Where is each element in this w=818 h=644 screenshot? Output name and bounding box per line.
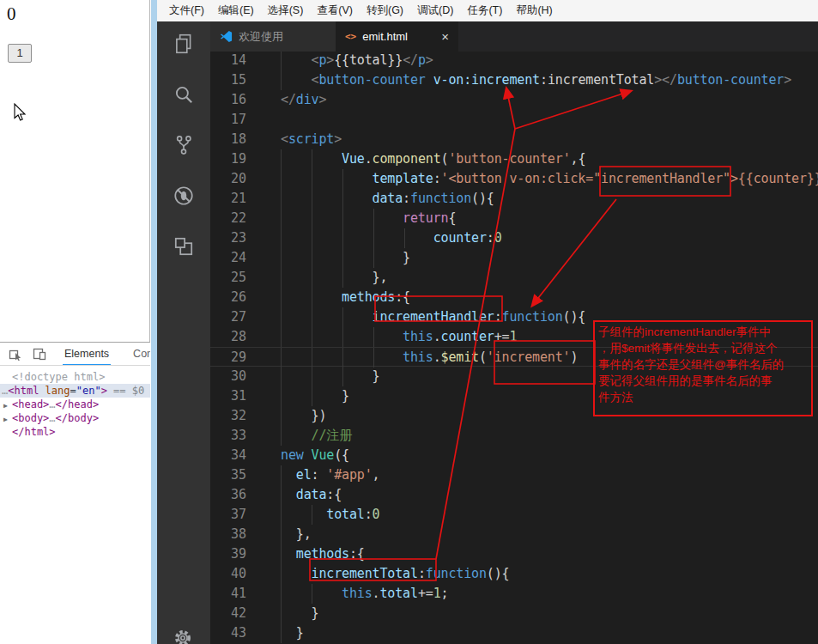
dom-tree-row[interactable]: ▶<head>…</head> bbox=[0, 398, 150, 411]
code-line[interactable]: 38 }, bbox=[210, 525, 818, 544]
code-line[interactable]: 39 methods:{ bbox=[210, 544, 818, 564]
line-number: 20 bbox=[210, 169, 246, 189]
dom-token bbox=[39, 385, 45, 397]
code-line[interactable]: 27 incrementHandler:function(){ bbox=[210, 307, 818, 327]
counter-button[interactable]: 1 bbox=[8, 44, 32, 63]
code-line[interactable]: 14 <p>{{total}}</p> bbox=[210, 52, 818, 70]
device-toolbar-icon[interactable] bbox=[33, 347, 46, 361]
token-plain: {{total}} bbox=[334, 52, 403, 68]
line-number: 30 bbox=[210, 367, 246, 386]
dom-tree-row[interactable]: </html> bbox=[0, 425, 150, 439]
code-line[interactable]: 22 return{ bbox=[210, 209, 818, 228]
menu-item[interactable]: 任务(T) bbox=[460, 3, 509, 18]
line-number: 25 bbox=[210, 268, 246, 288]
dom-tree-row[interactable]: …<html lang="en"> == $0 bbox=[0, 384, 150, 398]
code-line[interactable]: 40 incrementTotal:function(){ bbox=[210, 564, 818, 584]
code-line[interactable]: 26 methods:{ bbox=[210, 288, 818, 307]
code-line[interactable]: 36 data:{ bbox=[210, 485, 818, 505]
indent-guide bbox=[281, 348, 403, 368]
line-number: 36 bbox=[210, 485, 246, 505]
dom-token: > bbox=[101, 385, 107, 397]
menu-item[interactable]: 文件(F) bbox=[162, 3, 211, 18]
code-line[interactable]: 28 this.counter+=1 bbox=[210, 327, 818, 347]
code-line[interactable]: 42 } bbox=[210, 604, 818, 623]
line-number: 16 bbox=[210, 90, 246, 110]
line-number: 42 bbox=[210, 604, 246, 623]
token-kw: new bbox=[281, 447, 304, 463]
menu-item[interactable]: 查看(V) bbox=[310, 3, 360, 18]
token-attr: Vue bbox=[342, 151, 365, 167]
code-line[interactable]: 15 <button-counter v-on:increment:increm… bbox=[210, 70, 818, 90]
code-line[interactable]: 37 total:0 bbox=[210, 505, 818, 525]
extensions-icon[interactable] bbox=[173, 235, 195, 258]
code-line[interactable]: 23 counter:0 bbox=[210, 228, 818, 248]
tab-emit-html[interactable]: <> emit.html × bbox=[336, 21, 458, 52]
token-plain bbox=[304, 447, 312, 463]
token-attr: total bbox=[379, 586, 417, 601]
code-line[interactable]: 41 this.total+=1; bbox=[210, 584, 818, 604]
indent-guide bbox=[281, 307, 373, 327]
indent-guide bbox=[281, 465, 296, 485]
tab-close-icon[interactable]: × bbox=[441, 30, 449, 43]
code-line[interactable]: 20 template:'<button v-on:click="increme… bbox=[210, 169, 818, 189]
token-kw: function bbox=[426, 566, 487, 581]
token-plain: : bbox=[418, 566, 426, 581]
code-line[interactable]: 16</div> bbox=[210, 90, 818, 110]
token-str: 'button-counter' bbox=[448, 151, 570, 167]
code-line[interactable]: 18<script> bbox=[210, 130, 818, 149]
code-line[interactable]: 21 data:function(){ bbox=[210, 189, 818, 209]
code-line[interactable]: 30 } bbox=[210, 367, 818, 386]
dom-token: </head> bbox=[56, 398, 100, 410]
code-line[interactable]: 19 Vue.component('button-counter',{ bbox=[210, 149, 818, 169]
token-plain: , bbox=[373, 467, 380, 483]
tab-file-label: emit.html bbox=[362, 30, 408, 43]
code-line[interactable]: 29 this.$emit('increment') bbox=[210, 347, 818, 367]
search-icon[interactable] bbox=[173, 83, 195, 106]
code-line[interactable]: 25 }, bbox=[210, 268, 818, 288]
token-tag: button-counter bbox=[318, 72, 425, 88]
token-plain: :{ bbox=[326, 487, 342, 502]
token-plain: }, bbox=[373, 270, 388, 285]
token-punc: > bbox=[426, 52, 433, 68]
dom-tree-row[interactable]: <!doctype html> bbox=[0, 370, 150, 384]
devtools-tab-console[interactable]: Console bbox=[131, 343, 150, 366]
token-plain: += bbox=[494, 329, 510, 344]
menu-item[interactable]: 转到(G) bbox=[360, 3, 410, 18]
menu-item[interactable]: 编辑(E) bbox=[211, 3, 261, 18]
code-line[interactable]: 24 } bbox=[210, 248, 818, 268]
explorer-icon[interactable] bbox=[173, 33, 195, 55]
code-line[interactable]: 17 bbox=[210, 110, 818, 130]
code-text: methods:{ bbox=[281, 288, 410, 307]
code-line[interactable]: 32 }) bbox=[210, 406, 818, 426]
code-line[interactable]: 31 } bbox=[210, 386, 818, 406]
code-line[interactable]: 43 } bbox=[210, 623, 818, 643]
menu-bar: 文件(F)编辑(E)选择(S)查看(V)转到(G)调试(D)任务(T)帮助(H) bbox=[157, 0, 818, 21]
code-text: this.counter+=1 bbox=[281, 327, 517, 347]
code-line[interactable]: 33 //注册 bbox=[210, 426, 818, 446]
browser-page: 0 1 Elements Console <!doctype html>…<ht… bbox=[0, 0, 150, 644]
menu-item[interactable]: 调试(D) bbox=[410, 3, 460, 18]
token-attr: methods bbox=[342, 289, 395, 305]
token-punc: > bbox=[654, 72, 662, 88]
indent-guide bbox=[281, 406, 312, 426]
source-control-icon[interactable] bbox=[173, 134, 195, 156]
token-punc: </ bbox=[662, 72, 677, 88]
dom-token: <html bbox=[8, 385, 39, 397]
token-punc: > bbox=[334, 131, 342, 147]
devtools-toolbar: Elements Console bbox=[0, 343, 150, 366]
token-kw: function bbox=[502, 309, 563, 325]
code-editor[interactable]: 14 <p>{{total}}</p>15 <button-counter v-… bbox=[210, 52, 818, 644]
debug-icon[interactable] bbox=[173, 185, 195, 207]
token-punc: > bbox=[326, 52, 334, 68]
dom-tree-row[interactable]: ▶<body>…</body> bbox=[0, 411, 150, 425]
devtools-tab-elements[interactable]: Elements bbox=[63, 343, 111, 366]
indent-guide bbox=[281, 426, 312, 446]
indent-guide bbox=[281, 367, 373, 386]
inspect-element-icon[interactable] bbox=[9, 347, 22, 361]
settings-gear-icon[interactable] bbox=[172, 627, 194, 644]
menu-item[interactable]: 选择(S) bbox=[261, 3, 311, 18]
menu-item[interactable]: 帮助(H) bbox=[509, 3, 559, 18]
code-line[interactable]: 34new Vue({ bbox=[210, 446, 818, 465]
code-line[interactable]: 35 el: '#app', bbox=[210, 465, 818, 485]
tab-welcome[interactable]: 欢迎使用 bbox=[210, 21, 336, 52]
